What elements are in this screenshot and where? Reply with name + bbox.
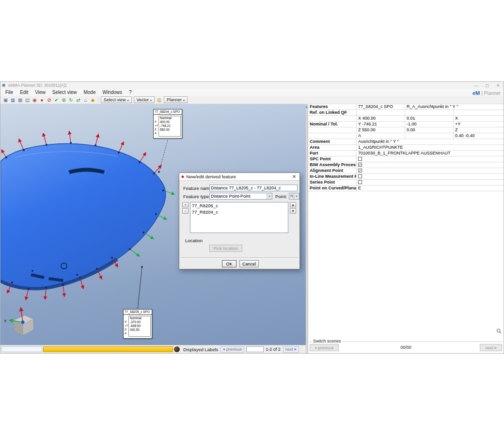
point-label: Point: xyxy=(275,194,287,199)
double-chevron-right-icon: » xyxy=(494,345,497,350)
menu-item-select-view[interactable]: Select view xyxy=(49,89,80,96)
location-label: Location xyxy=(185,238,203,243)
maximize-button[interactable]: ▢ xyxy=(486,83,489,88)
menu-item-windows[interactable]: Windows xyxy=(99,89,126,96)
app-icon: ▣ xyxy=(2,82,6,89)
menu-item-view[interactable]: View xyxy=(32,89,49,96)
add-item-button[interactable]: + xyxy=(182,202,189,207)
orientation-cube[interactable]: Y xyxy=(4,308,33,335)
move-down-button[interactable]: ▼ xyxy=(290,208,296,214)
feature-list-item[interactable]: 77_R8204_c xyxy=(190,209,288,215)
cancel-button[interactable]: Cancel xyxy=(239,260,259,267)
property-value: X 400.00 xyxy=(357,116,405,121)
callout-value: -698.53 xyxy=(130,324,149,328)
remove-item-button[interactable]: − xyxy=(182,208,189,214)
cascade-windows-icon[interactable]: ▩ xyxy=(16,97,24,103)
list-view-icon[interactable]: ▤ xyxy=(24,97,31,103)
property-value: Ausrichtpunkt in " Y " xyxy=(357,139,504,144)
property-label: Nominal / Tol. xyxy=(308,122,357,127)
planner-dropdown[interactable]: Planner▾ xyxy=(164,96,188,103)
labels-next-button[interactable]: next» xyxy=(283,346,299,353)
properties-panel: Features77_S8204_c SPOR_A_Ausrichtpunkt … xyxy=(308,104,504,353)
checkbox[interactable]: ✓ xyxy=(358,169,362,172)
dialog-title: New/edit derived feature xyxy=(186,174,291,179)
record-icon[interactable]: ● xyxy=(38,97,46,103)
window-title: eMMA Planner 3D: 3010011[A]1 xyxy=(8,82,67,89)
labels-previous-button[interactable]: «previous xyxy=(220,346,244,353)
checkbox[interactable] xyxy=(358,180,362,184)
label-range-text: 1-2 of 2 xyxy=(266,347,281,352)
zoom-fit-icon[interactable]: ⊕ xyxy=(60,97,67,103)
property-value: Z xyxy=(454,127,504,133)
vector-dropdown[interactable]: Vector▾ xyxy=(134,96,155,103)
brand-em: eM xyxy=(472,90,480,96)
checkbox[interactable] xyxy=(358,157,362,161)
feature-type-select[interactable]: Distance Point-Point ▾ xyxy=(209,193,272,200)
snapshot-icon[interactable]: ◉ xyxy=(31,97,38,103)
menu-item-mode[interactable]: Mode xyxy=(80,89,99,96)
feature-listbox[interactable]: 77_R8205_c77_R8204_c xyxy=(190,202,288,233)
brand-planner: | Planner xyxy=(481,91,501,96)
property-label: In-Line Measurement Po xyxy=(308,174,357,179)
labels-icon[interactable]: ▥ xyxy=(156,97,163,103)
select-view-dropdown[interactable]: Select view▾ xyxy=(101,96,132,103)
property-label: Ref. on Linked QF xyxy=(308,110,357,115)
minimize-button[interactable]: — xyxy=(474,83,478,88)
callout-section: Nominal xyxy=(130,316,149,320)
checkbox[interactable]: ✓ xyxy=(358,163,362,167)
measurement-label-2[interactable]: 77_S8205_c SPONominal-370.00-698.53430.5… xyxy=(123,309,152,339)
rotate-view-icon[interactable]: ↻ xyxy=(67,97,75,103)
double-chevron-left-icon: « xyxy=(223,347,225,352)
derived-feature-dialog: ◆ New/edit derived feature ✕ Feature nam… xyxy=(179,172,300,269)
displayed-labels-label: Displayed Labels xyxy=(183,347,218,352)
menu-item-edit[interactable]: Edit xyxy=(16,89,32,96)
property-label: Comment xyxy=(308,139,357,144)
swap-view-icon[interactable]: ⇄ xyxy=(75,97,82,103)
double-chevron-right-icon: » xyxy=(294,347,297,352)
window-icon[interactable]: ▣ xyxy=(2,97,9,103)
property-label xyxy=(308,133,357,139)
chevron-down-icon: ▾ xyxy=(267,193,272,199)
checkbox[interactable] xyxy=(358,174,362,178)
property-row: BIW Assembly Process✓ xyxy=(308,162,504,168)
pick-location-button[interactable]: Pick location xyxy=(209,245,242,252)
toolbar: ▣▦▩▤◉●⊘✔⊕↻⇄⌂◆ Select view▾ Vector▾ ▥ Pla… xyxy=(0,96,504,104)
point-value: R xyxy=(290,194,294,199)
move-up-button[interactable]: ▲ xyxy=(290,202,296,207)
home-view-icon[interactable]: ⌂ xyxy=(82,97,89,103)
tile-windows-icon[interactable]: ▦ xyxy=(9,97,16,103)
property-value: +Y xyxy=(454,122,504,127)
dialog-close-icon[interactable]: ✕ xyxy=(291,174,298,179)
progress-bar xyxy=(43,346,173,352)
property-value: -1.00 xyxy=(405,122,454,127)
label-page-input[interactable] xyxy=(246,346,264,352)
menu-item-file[interactable]: File xyxy=(2,89,16,96)
measurement-label-1[interactable]: 77_S8204_c SPONominal400.00-746.21550.00… xyxy=(153,109,182,139)
ok-button[interactable]: OK xyxy=(222,260,236,267)
property-row: Ref. on Linked QF xyxy=(308,110,504,116)
property-label: Alignment Point xyxy=(308,168,357,173)
chevron-down-icon: ▾ xyxy=(294,193,299,199)
feature-name-input[interactable] xyxy=(209,185,298,191)
next-label: next xyxy=(285,347,293,352)
close-button[interactable]: ✕ xyxy=(496,83,500,88)
title-bar[interactable]: ▣ eMMA Planner 3D: 3010011[A]1 — ▢ ✕ xyxy=(0,82,504,89)
stop-icon[interactable]: ⊘ xyxy=(46,97,53,103)
callout-value: 550.00 xyxy=(160,128,179,132)
hood-model[interactable] xyxy=(0,144,166,291)
menu-item-help[interactable]: ? xyxy=(126,89,135,96)
feature-list-item[interactable]: 77_R8205_c xyxy=(190,202,288,209)
callout-title: 77_S8205_c SPO xyxy=(124,310,152,315)
progress-knob-icon[interactable] xyxy=(174,346,180,352)
bookmark-icon[interactable]: ◆ xyxy=(89,97,96,103)
scrollbar-thumb[interactable] xyxy=(1,346,42,352)
scene-next-button[interactable]: next» xyxy=(480,344,502,351)
vector-label: Vector xyxy=(137,97,149,102)
confirm-icon[interactable]: ✔ xyxy=(53,97,60,103)
property-value xyxy=(405,110,454,115)
property-value: 0.40 -0.40 xyxy=(454,133,504,139)
app-window: ▣ eMMA Planner 3D: 3010011[A]1 — ▢ ✕ Fil… xyxy=(0,81,504,354)
magnifier-icon[interactable] xyxy=(496,327,502,336)
dialog-title-bar[interactable]: ◆ New/edit derived feature ✕ xyxy=(179,173,299,181)
property-label: BIW Assembly Process xyxy=(308,162,357,168)
